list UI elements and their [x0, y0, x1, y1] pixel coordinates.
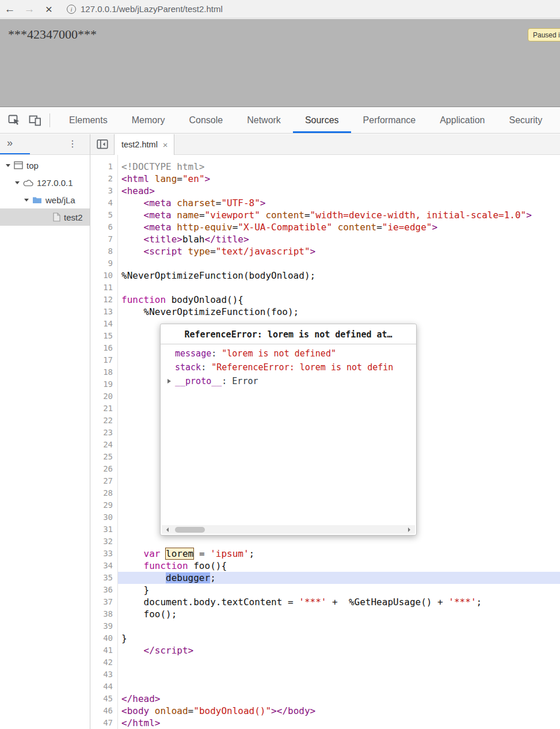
- code-line-text[interactable]: </script>: [118, 644, 560, 656]
- line-number[interactable]: 35: [90, 572, 118, 584]
- line-number[interactable]: 6: [90, 221, 118, 233]
- tree-item-folder[interactable]: web/jLa: [0, 191, 90, 208]
- line-number[interactable]: 24: [90, 439, 118, 451]
- code-line-text[interactable]: }: [118, 632, 560, 644]
- close-tab-icon[interactable]: [163, 140, 168, 150]
- address-bar[interactable]: 127.0.0.1/web/jLazyParent/test2.html: [81, 4, 223, 14]
- code-line-text[interactable]: [118, 656, 560, 669]
- code-line-text[interactable]: <meta name="viewport" content="width=dev…: [118, 209, 560, 221]
- expand-arrow-icon[interactable]: [14, 181, 21, 184]
- line-number[interactable]: 43: [90, 669, 118, 681]
- line-number[interactable]: 22: [90, 415, 118, 427]
- tree-item-file-test2[interactable]: test2: [0, 208, 90, 226]
- expand-arrow-icon[interactable]: [167, 379, 175, 384]
- line-number[interactable]: 47: [90, 717, 118, 729]
- code-line-text[interactable]: [118, 536, 560, 548]
- scroll-right-icon[interactable]: [408, 527, 413, 532]
- line-number[interactable]: 40: [90, 632, 118, 644]
- code-line-text[interactable]: <title>blah</title>: [118, 233, 560, 245]
- line-number[interactable]: 42: [90, 656, 118, 669]
- line-number[interactable]: 23: [90, 427, 118, 439]
- line-number[interactable]: 12: [90, 294, 118, 306]
- line-number[interactable]: 15: [90, 330, 118, 342]
- line-number[interactable]: 30: [90, 511, 118, 523]
- code-line-text[interactable]: [118, 620, 560, 632]
- panel-tab-application[interactable]: Application: [428, 107, 497, 133]
- line-number[interactable]: 9: [90, 257, 118, 269]
- line-number[interactable]: 41: [90, 644, 118, 656]
- code-line-text[interactable]: function foo(){: [118, 560, 560, 572]
- panel-tab-sources[interactable]: Sources: [293, 107, 351, 133]
- line-number[interactable]: 7: [90, 233, 118, 245]
- line-number[interactable]: 28: [90, 487, 118, 499]
- line-number[interactable]: 31: [90, 523, 118, 536]
- file-tab-test2[interactable]: test2.html: [114, 134, 174, 155]
- line-number[interactable]: 33: [90, 548, 118, 560]
- line-number[interactable]: 32: [90, 536, 118, 548]
- line-number[interactable]: 5: [90, 209, 118, 221]
- panel-tab-performance[interactable]: Performance: [351, 107, 428, 133]
- code-line-text[interactable]: <!DOCTYPE html>: [118, 161, 560, 173]
- tree-item-host[interactable]: 127.0.0.1: [0, 174, 90, 191]
- line-number[interactable]: 4: [90, 197, 118, 209]
- line-number[interactable]: 44: [90, 681, 118, 693]
- code-line-text[interactable]: <meta http-equiv="X-UA-Compatible" conte…: [118, 221, 560, 233]
- line-number[interactable]: 39: [90, 620, 118, 632]
- code-line-text[interactable]: var lorem = 'ipsum';: [118, 548, 560, 560]
- panel-tab-memory[interactable]: Memory: [120, 107, 177, 133]
- code-line-text[interactable]: <meta charset="UTF-8">: [118, 197, 560, 209]
- code-line-text[interactable]: [118, 681, 560, 693]
- line-number[interactable]: 13: [90, 306, 118, 318]
- line-number[interactable]: 46: [90, 705, 118, 717]
- line-number[interactable]: 27: [90, 475, 118, 487]
- panel-tab-elements[interactable]: Elements: [57, 107, 120, 133]
- device-toolbar-icon[interactable]: [29, 115, 41, 126]
- more-tabs-icon[interactable]: [7, 137, 13, 149]
- inspect-element-icon[interactable]: [8, 115, 21, 126]
- line-number[interactable]: 1: [90, 161, 118, 173]
- code-line-text[interactable]: <script type="text/javascript">: [118, 245, 560, 257]
- code-line-text[interactable]: </head>: [118, 693, 560, 705]
- code-line-text[interactable]: </html>: [118, 717, 560, 729]
- line-number[interactable]: 17: [90, 354, 118, 366]
- scroll-left-icon[interactable]: [164, 527, 169, 532]
- line-number[interactable]: 18: [90, 366, 118, 378]
- hide-navigator-icon[interactable]: [97, 139, 108, 151]
- code-line-text[interactable]: foo();: [118, 608, 560, 620]
- line-number[interactable]: 10: [90, 269, 118, 282]
- forward-button[interactable]: [20, 3, 39, 16]
- code-line-text[interactable]: %NeverOptimizeFunction(foo);: [118, 306, 560, 318]
- expand-arrow-icon[interactable]: [23, 199, 30, 202]
- code-line-text[interactable]: [118, 282, 560, 294]
- tree-item-top[interactable]: top: [0, 157, 90, 174]
- code-line-text[interactable]: <html lang="en">: [118, 173, 560, 185]
- line-number[interactable]: 45: [90, 693, 118, 705]
- line-number[interactable]: 36: [90, 584, 118, 596]
- line-number[interactable]: 11: [90, 282, 118, 294]
- back-button[interactable]: [0, 3, 20, 16]
- line-number[interactable]: 38: [90, 608, 118, 620]
- panel-tab-security[interactable]: Security: [497, 107, 554, 133]
- line-number[interactable]: 16: [90, 342, 118, 354]
- line-number[interactable]: 37: [90, 596, 118, 608]
- line-number[interactable]: 3: [90, 185, 118, 197]
- panel-tab-network[interactable]: Network: [235, 107, 293, 133]
- code-line-text[interactable]: function bodyOnload(){: [118, 294, 560, 306]
- line-number[interactable]: 20: [90, 390, 118, 403]
- line-number[interactable]: 34: [90, 560, 118, 572]
- line-number[interactable]: 29: [90, 499, 118, 511]
- scrollbar-thumb[interactable]: [175, 527, 205, 533]
- code-line-text[interactable]: [118, 669, 560, 681]
- line-number[interactable]: 14: [90, 318, 118, 330]
- code-line-text[interactable]: [118, 257, 560, 269]
- popup-horizontal-scrollbar[interactable]: [162, 525, 415, 534]
- expand-arrow-icon[interactable]: [5, 164, 12, 167]
- navigator-menu-icon[interactable]: [68, 138, 77, 149]
- stop-loading-button[interactable]: [39, 2, 59, 16]
- line-number[interactable]: 26: [90, 463, 118, 475]
- line-number[interactable]: 21: [90, 403, 118, 415]
- line-number[interactable]: 2: [90, 173, 118, 185]
- line-number[interactable]: 25: [90, 451, 118, 463]
- code-line-text[interactable]: %NeverOptimizeFunction(bodyOnload);: [118, 269, 560, 282]
- code-line-text[interactable]: <head>: [118, 185, 560, 197]
